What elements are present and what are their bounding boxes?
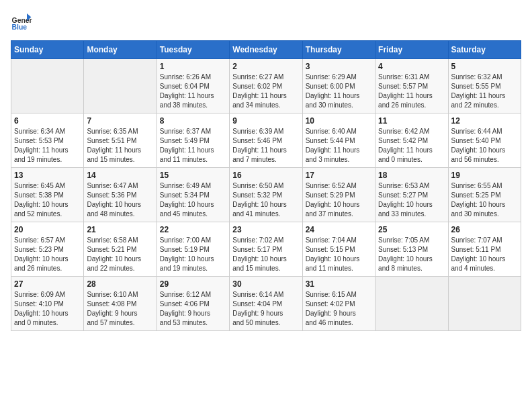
day-info: Sunrise: 6:31 AM Sunset: 5:57 PM Dayligh… bbox=[378, 73, 445, 110]
day-info: Sunrise: 6:47 AM Sunset: 5:36 PM Dayligh… bbox=[87, 181, 153, 219]
day-info: Sunrise: 7:04 AM Sunset: 5:15 PM Dayligh… bbox=[306, 236, 372, 273]
calendar-cell: 30Sunrise: 6:14 AM Sunset: 4:04 PM Dayli… bbox=[230, 277, 302, 331]
calendar-cell: 20Sunrise: 6:57 AM Sunset: 5:23 PM Dayli… bbox=[11, 222, 84, 277]
week-row-5: 27Sunrise: 6:09 AM Sunset: 4:10 PM Dayli… bbox=[11, 277, 521, 331]
calendar-cell: 28Sunrise: 6:10 AM Sunset: 4:08 PM Dayli… bbox=[84, 277, 157, 331]
day-number: 15 bbox=[160, 171, 226, 180]
day-number: 28 bbox=[87, 279, 153, 289]
page-header: General Blue bbox=[11, 11, 521, 32]
calendar-cell: 15Sunrise: 6:49 AM Sunset: 5:34 PM Dayli… bbox=[157, 168, 229, 222]
calendar-cell: 17Sunrise: 6:52 AM Sunset: 5:29 PM Dayli… bbox=[302, 168, 375, 222]
week-row-2: 6Sunrise: 6:34 AM Sunset: 5:53 PM Daylig… bbox=[11, 113, 521, 168]
day-info: Sunrise: 6:10 AM Sunset: 4:08 PM Dayligh… bbox=[87, 290, 153, 328]
day-number: 30 bbox=[232, 279, 299, 289]
day-info: Sunrise: 7:02 AM Sunset: 5:17 PM Dayligh… bbox=[232, 236, 299, 273]
calendar-cell: 12Sunrise: 6:44 AM Sunset: 5:40 PM Dayli… bbox=[448, 113, 521, 168]
day-info: Sunrise: 6:15 AM Sunset: 4:02 PM Dayligh… bbox=[306, 290, 372, 328]
weekday-friday: Friday bbox=[375, 41, 448, 59]
day-info: Sunrise: 6:29 AM Sunset: 6:00 PM Dayligh… bbox=[306, 73, 372, 110]
day-info: Sunrise: 6:09 AM Sunset: 4:10 PM Dayligh… bbox=[14, 290, 81, 328]
day-info: Sunrise: 6:57 AM Sunset: 5:23 PM Dayligh… bbox=[14, 236, 81, 273]
day-info: Sunrise: 6:58 AM Sunset: 5:21 PM Dayligh… bbox=[87, 236, 153, 273]
day-info: Sunrise: 6:44 AM Sunset: 5:40 PM Dayligh… bbox=[451, 127, 518, 165]
weekday-sunday: Sunday bbox=[11, 41, 84, 59]
day-number: 14 bbox=[87, 171, 153, 180]
calendar-cell: 10Sunrise: 6:40 AM Sunset: 5:44 PM Dayli… bbox=[302, 113, 375, 168]
day-info: Sunrise: 6:40 AM Sunset: 5:44 PM Dayligh… bbox=[306, 127, 372, 165]
day-number: 3 bbox=[306, 62, 372, 71]
calendar-cell: 16Sunrise: 6:50 AM Sunset: 5:32 PM Dayli… bbox=[230, 168, 302, 222]
day-number: 19 bbox=[451, 171, 518, 180]
calendar-cell: 3Sunrise: 6:29 AM Sunset: 6:00 PM Daylig… bbox=[302, 59, 375, 113]
calendar-cell: 7Sunrise: 6:35 AM Sunset: 5:51 PM Daylig… bbox=[84, 113, 157, 168]
day-number: 11 bbox=[378, 116, 445, 126]
day-number: 27 bbox=[14, 279, 81, 289]
week-row-3: 13Sunrise: 6:45 AM Sunset: 5:38 PM Dayli… bbox=[11, 168, 521, 222]
logo: General Blue bbox=[11, 11, 32, 32]
day-info: Sunrise: 6:55 AM Sunset: 5:25 PM Dayligh… bbox=[451, 181, 518, 219]
week-row-4: 20Sunrise: 6:57 AM Sunset: 5:23 PM Dayli… bbox=[11, 222, 521, 277]
weekday-tuesday: Tuesday bbox=[157, 41, 229, 59]
day-number: 22 bbox=[160, 225, 226, 234]
weekday-monday: Monday bbox=[84, 41, 157, 59]
day-number: 16 bbox=[232, 171, 299, 180]
day-number: 4 bbox=[378, 62, 445, 71]
calendar-cell: 19Sunrise: 6:55 AM Sunset: 5:25 PM Dayli… bbox=[448, 168, 521, 222]
weekday-header-row: SundayMondayTuesdayWednesdayThursdayFrid… bbox=[11, 41, 521, 59]
day-info: Sunrise: 6:26 AM Sunset: 6:04 PM Dayligh… bbox=[160, 73, 226, 110]
calendar-cell: 22Sunrise: 7:00 AM Sunset: 5:19 PM Dayli… bbox=[157, 222, 229, 277]
day-number: 6 bbox=[14, 116, 81, 126]
calendar-cell: 1Sunrise: 6:26 AM Sunset: 6:04 PM Daylig… bbox=[157, 59, 229, 113]
day-number: 13 bbox=[14, 171, 81, 180]
day-number: 8 bbox=[160, 116, 226, 126]
calendar-cell: 29Sunrise: 6:12 AM Sunset: 4:06 PM Dayli… bbox=[157, 277, 229, 331]
calendar-cell: 31Sunrise: 6:15 AM Sunset: 4:02 PM Dayli… bbox=[302, 277, 375, 331]
day-number: 7 bbox=[87, 116, 153, 126]
day-number: 25 bbox=[378, 225, 445, 234]
day-info: Sunrise: 6:52 AM Sunset: 5:29 PM Dayligh… bbox=[306, 181, 372, 219]
day-number: 26 bbox=[451, 225, 518, 234]
day-number: 5 bbox=[451, 62, 518, 71]
calendar-cell: 5Sunrise: 6:32 AM Sunset: 5:55 PM Daylig… bbox=[448, 59, 521, 113]
day-info: Sunrise: 7:05 AM Sunset: 5:13 PM Dayligh… bbox=[378, 236, 445, 273]
calendar-cell: 23Sunrise: 7:02 AM Sunset: 5:17 PM Dayli… bbox=[230, 222, 302, 277]
calendar-cell: 2Sunrise: 6:27 AM Sunset: 6:02 PM Daylig… bbox=[230, 59, 302, 113]
calendar-cell: 26Sunrise: 7:07 AM Sunset: 5:11 PM Dayli… bbox=[448, 222, 521, 277]
calendar-cell: 4Sunrise: 6:31 AM Sunset: 5:57 PM Daylig… bbox=[375, 59, 448, 113]
calendar-cell: 21Sunrise: 6:58 AM Sunset: 5:21 PM Dayli… bbox=[84, 222, 157, 277]
calendar-table: SundayMondayTuesdayWednesdayThursdayFrid… bbox=[11, 40, 521, 331]
calendar-cell: 11Sunrise: 6:42 AM Sunset: 5:42 PM Dayli… bbox=[375, 113, 448, 168]
day-info: Sunrise: 6:50 AM Sunset: 5:32 PM Dayligh… bbox=[232, 181, 299, 219]
day-number: 12 bbox=[451, 116, 518, 126]
calendar-cell: 14Sunrise: 6:47 AM Sunset: 5:36 PM Dayli… bbox=[84, 168, 157, 222]
calendar-cell bbox=[11, 59, 84, 113]
day-info: Sunrise: 6:53 AM Sunset: 5:27 PM Dayligh… bbox=[378, 181, 445, 219]
day-info: Sunrise: 7:07 AM Sunset: 5:11 PM Dayligh… bbox=[451, 236, 518, 273]
day-info: Sunrise: 7:00 AM Sunset: 5:19 PM Dayligh… bbox=[160, 236, 226, 273]
day-info: Sunrise: 6:37 AM Sunset: 5:49 PM Dayligh… bbox=[160, 127, 226, 165]
logo-icon: General Blue bbox=[11, 11, 32, 32]
day-number: 29 bbox=[160, 279, 226, 289]
calendar-cell: 6Sunrise: 6:34 AM Sunset: 5:53 PM Daylig… bbox=[11, 113, 84, 168]
day-info: Sunrise: 6:42 AM Sunset: 5:42 PM Dayligh… bbox=[378, 127, 445, 165]
day-info: Sunrise: 6:35 AM Sunset: 5:51 PM Dayligh… bbox=[87, 127, 153, 165]
week-row-1: 1Sunrise: 6:26 AM Sunset: 6:04 PM Daylig… bbox=[11, 59, 521, 113]
calendar-cell: 13Sunrise: 6:45 AM Sunset: 5:38 PM Dayli… bbox=[11, 168, 84, 222]
day-info: Sunrise: 6:45 AM Sunset: 5:38 PM Dayligh… bbox=[14, 181, 81, 219]
calendar-cell: 25Sunrise: 7:05 AM Sunset: 5:13 PM Dayli… bbox=[375, 222, 448, 277]
day-number: 1 bbox=[160, 62, 226, 71]
calendar-body: 1Sunrise: 6:26 AM Sunset: 6:04 PM Daylig… bbox=[11, 59, 521, 331]
day-number: 20 bbox=[14, 225, 81, 234]
calendar-cell bbox=[375, 277, 448, 331]
weekday-thursday: Thursday bbox=[302, 41, 375, 59]
day-number: 10 bbox=[306, 116, 372, 126]
calendar-cell bbox=[448, 277, 521, 331]
day-info: Sunrise: 6:27 AM Sunset: 6:02 PM Dayligh… bbox=[232, 73, 299, 110]
day-info: Sunrise: 6:49 AM Sunset: 5:34 PM Dayligh… bbox=[160, 181, 226, 219]
calendar-cell bbox=[84, 59, 157, 113]
calendar-cell: 27Sunrise: 6:09 AM Sunset: 4:10 PM Dayli… bbox=[11, 277, 84, 331]
day-number: 17 bbox=[306, 171, 372, 180]
day-number: 23 bbox=[232, 225, 299, 234]
calendar-cell: 18Sunrise: 6:53 AM Sunset: 5:27 PM Dayli… bbox=[375, 168, 448, 222]
calendar-header: SundayMondayTuesdayWednesdayThursdayFrid… bbox=[11, 41, 521, 59]
